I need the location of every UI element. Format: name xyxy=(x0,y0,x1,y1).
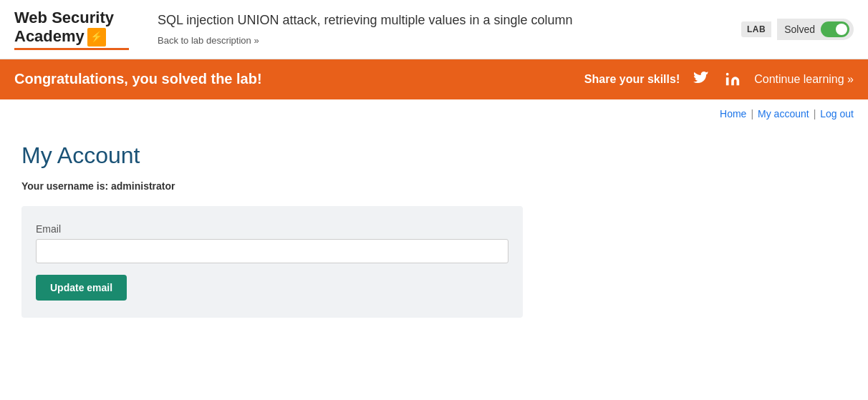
page-title: My Account xyxy=(21,142,551,169)
email-form-box: Email Update email xyxy=(21,206,523,318)
page-header: Web Security Academy ⚡ SQL injection UNI… xyxy=(0,0,868,59)
main-content: My Account Your username is: administrat… xyxy=(0,128,573,346)
update-email-button[interactable]: Update email xyxy=(36,275,127,301)
email-label: Email xyxy=(36,223,508,235)
nav-area: Home | My account | Log out xyxy=(0,99,868,128)
solved-label: Solved xyxy=(784,24,815,35)
logo: Web Security Academy ⚡ xyxy=(14,9,129,50)
banner-message: Congratulations, you solved the lab! xyxy=(14,71,584,87)
twitter-icon[interactable] xyxy=(691,69,711,89)
logo-area: Web Security Academy ⚡ xyxy=(14,9,143,50)
username-prefix: Your username is: xyxy=(21,180,111,192)
header-middle: SQL injection UNION attack, retrieving m… xyxy=(143,12,741,46)
username-info: Your username is: administrator xyxy=(21,180,551,192)
home-nav-link[interactable]: Home xyxy=(720,108,746,119)
solved-toggle[interactable] xyxy=(821,21,849,37)
solved-container: Solved xyxy=(777,19,854,40)
congratulations-banner: Congratulations, you solved the lab! Sha… xyxy=(0,59,868,99)
share-label: Share your skills! xyxy=(584,73,680,86)
logo-line2: Academy xyxy=(14,27,85,46)
banner-right: Share your skills! Continue learning » xyxy=(584,69,854,89)
continue-learning-link[interactable]: Continue learning » xyxy=(754,73,854,86)
linkedin-icon[interactable] xyxy=(723,69,743,89)
email-input[interactable] xyxy=(36,239,508,263)
nav-separator-1: | xyxy=(751,108,753,119)
my-account-nav-link[interactable]: My account xyxy=(758,108,809,119)
username-value: administrator xyxy=(111,180,175,192)
logo-line1: Web Security xyxy=(14,9,114,27)
logo-icon: ⚡ xyxy=(87,28,106,47)
back-to-lab-link[interactable]: Back to lab description » xyxy=(158,35,259,46)
header-right: LAB Solved xyxy=(741,19,854,40)
lab-title: SQL injection UNION attack, retrieving m… xyxy=(158,12,727,29)
nav-separator-2: | xyxy=(814,108,816,119)
log-out-nav-link[interactable]: Log out xyxy=(820,108,854,119)
lab-badge: LAB xyxy=(741,21,771,37)
